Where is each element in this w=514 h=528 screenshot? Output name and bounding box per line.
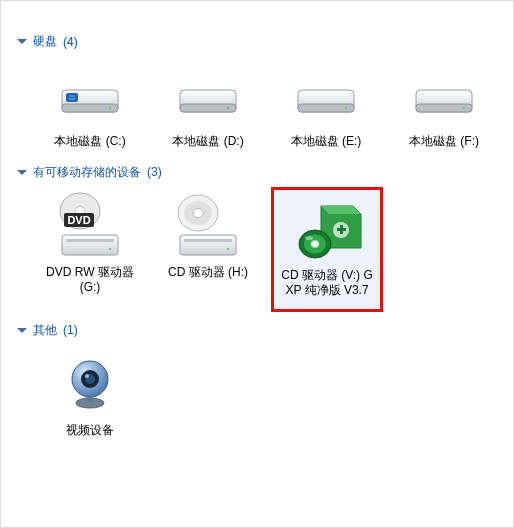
svg-point-29 xyxy=(311,240,319,247)
group-items-hdd: 本地磁盘 (C:) 本地磁盘 (D:) 本地磁盘 (E:) xyxy=(17,56,501,154)
chevron-down-icon xyxy=(17,39,27,44)
svg-rect-18 xyxy=(66,239,114,242)
drive-e[interactable]: 本地磁盘 (E:) xyxy=(271,56,381,154)
group-items-other: 视频设备 xyxy=(17,345,501,443)
svg-point-30 xyxy=(305,236,313,240)
hdd-icon xyxy=(286,64,366,128)
drive-label: 本地磁盘 (D:) xyxy=(172,134,243,150)
drive-label: 本地磁盘 (C:) xyxy=(54,134,125,150)
drive-label: CD 驱动器 (V:) GXP 纯净版 V3.7 xyxy=(278,268,376,299)
svg-rect-24 xyxy=(184,239,232,242)
drive-label: DVD RW 驱动器 (G:) xyxy=(39,265,141,296)
drive-f[interactable]: 本地磁盘 (F:) xyxy=(389,56,499,154)
group-header-other[interactable]: 其他 (1) xyxy=(17,322,501,339)
drive-label: CD 驱动器 (H:) xyxy=(168,265,248,281)
cd-drive-icon xyxy=(168,195,248,259)
drive-h[interactable]: CD 驱动器 (H:) xyxy=(153,187,263,312)
drive-g[interactable]: DVD DVD RW 驱动器 (G:) xyxy=(35,187,145,312)
svg-point-34 xyxy=(85,374,89,378)
hdd-icon xyxy=(404,64,484,128)
svg-point-25 xyxy=(227,247,229,249)
svg-rect-17 xyxy=(62,235,118,255)
hdd-win-icon xyxy=(50,64,130,128)
drive-c[interactable]: 本地磁盘 (C:) xyxy=(35,56,145,154)
group-title: 硬盘 xyxy=(33,33,57,50)
group-title: 其他 xyxy=(33,322,57,339)
svg-point-22 xyxy=(193,208,203,217)
drive-v[interactable]: CD 驱动器 (V:) GXP 纯净版 V3.7 xyxy=(271,187,383,312)
group-header-hdd[interactable]: 硬盘 (4) xyxy=(17,33,501,50)
svg-rect-36 xyxy=(87,395,93,402)
device-label: 视频设备 xyxy=(66,423,114,439)
svg-rect-2 xyxy=(66,93,78,102)
explorer-panel: 硬盘 (4) 本地磁盘 (C:) xyxy=(5,5,509,523)
drive-label: 本地磁盘 (E:) xyxy=(291,134,362,150)
dvd-rw-icon: DVD xyxy=(50,195,130,259)
webcam-icon xyxy=(50,353,130,417)
cd-green-box-icon xyxy=(287,198,367,262)
svg-rect-23 xyxy=(180,235,236,255)
svg-point-19 xyxy=(109,247,111,249)
svg-text:DVD: DVD xyxy=(67,214,90,226)
hdd-icon xyxy=(168,64,248,128)
group-count: (3) xyxy=(147,165,162,179)
group-title: 有可移动存储的设备 xyxy=(33,164,141,181)
chevron-down-icon xyxy=(17,328,27,333)
group-count: (4) xyxy=(63,35,78,49)
svg-point-6 xyxy=(227,107,229,109)
svg-point-12 xyxy=(463,107,465,109)
svg-point-3 xyxy=(109,107,111,109)
drive-label: 本地磁盘 (F:) xyxy=(409,134,479,150)
video-device[interactable]: 视频设备 xyxy=(35,345,145,443)
chevron-down-icon xyxy=(17,170,27,175)
group-header-removable[interactable]: 有可移动存储的设备 (3) xyxy=(17,164,501,181)
svg-point-9 xyxy=(345,107,347,109)
group-items-removable: DVD DVD RW 驱动器 (G:) CD 驱动器 (H:) xyxy=(17,187,501,312)
drive-d[interactable]: 本地磁盘 (D:) xyxy=(153,56,263,154)
group-count: (1) xyxy=(63,323,78,337)
